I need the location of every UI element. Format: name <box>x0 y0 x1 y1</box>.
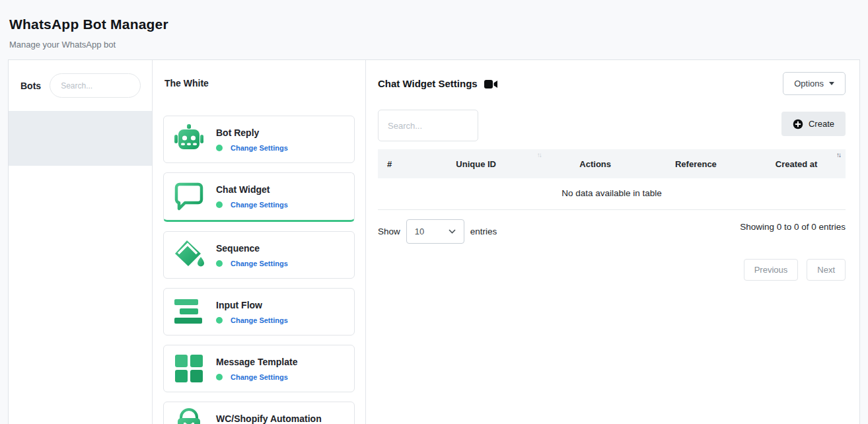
page-size-select[interactable]: 10 <box>406 219 464 244</box>
feature-title: Input Flow <box>216 300 288 310</box>
sort-icon[interactable]: ↑↓ <box>836 151 840 159</box>
settings-title: Chat Widget Settings <box>378 78 478 89</box>
feature-card-message-template[interactable]: Message Template Change Settings <box>163 345 355 392</box>
feature-title: Chat Widget <box>216 184 288 195</box>
options-button-label: Options <box>794 79 824 88</box>
feature-title: Sequence <box>216 243 288 254</box>
bot-name: The White <box>163 60 355 88</box>
bots-sidebar: Bots <box>9 60 153 424</box>
shopping-bag-icon <box>172 408 206 424</box>
status-dot <box>216 317 223 324</box>
feature-card-body: Chat Widget Change Settings <box>216 184 288 209</box>
change-settings-link[interactable]: Change Settings <box>231 373 288 381</box>
settings-header: Chat Widget Settings Options <box>378 72 846 95</box>
grid-icon <box>172 351 206 386</box>
feature-card-chat-widget[interactable]: Chat Widget Change Settings <box>163 172 355 222</box>
feature-card-body: Input Flow Change Settings <box>216 300 288 324</box>
change-settings-link[interactable]: Change Settings <box>231 260 288 267</box>
change-settings-link[interactable]: Change Settings <box>231 201 288 209</box>
feature-list: Bot Reply Change Settings Chat Widget <box>163 116 355 424</box>
feature-title: Bot Reply <box>216 127 288 138</box>
entries-label: entries <box>470 227 497 236</box>
video-camera-icon <box>484 79 498 89</box>
options-button[interactable]: Options <box>783 72 846 95</box>
page-header: WhatsApp Bot Manager Manage your WhatsAp… <box>0 0 868 50</box>
feature-card-body: Message Template Change Settings <box>216 357 297 381</box>
page-title: WhatsApp Bot Manager <box>9 17 859 32</box>
table-footer: Show 10 entries Showing 0 to 0 of 0 entr… <box>378 219 846 244</box>
plus-circle-icon <box>793 119 803 129</box>
features-panel: The White B <box>153 60 366 424</box>
empty-table-row: No data available in table <box>378 178 846 210</box>
next-page-button[interactable]: Next <box>807 259 846 281</box>
feature-card-body: Sequence Change Settings <box>216 243 288 267</box>
page-size-value: 10 <box>415 227 424 236</box>
sort-icon[interactable]: ↑↓ <box>537 151 541 159</box>
empty-table-message: No data available in table <box>378 178 846 210</box>
bots-title: Bots <box>20 81 41 91</box>
bots-search-input[interactable] <box>50 73 141 98</box>
selected-bot-item[interactable] <box>9 111 152 166</box>
feature-card-wc-shopify[interactable]: WC/Shopify Automation Change Settings <box>163 402 355 424</box>
feature-card-sequence[interactable]: Sequence Change Settings <box>163 231 355 279</box>
feature-card-bot-reply[interactable]: Bot Reply Change Settings <box>163 116 355 163</box>
previous-page-button[interactable]: Previous <box>744 259 799 281</box>
settings-panel: Chat Widget Settings Options <box>366 60 859 424</box>
show-label: Show <box>378 227 400 236</box>
status-dot <box>216 201 223 208</box>
page-subtitle: Manage your WhatsApp bot <box>9 40 859 50</box>
chevron-down-icon <box>449 229 456 234</box>
column-header-actions: Actions <box>546 149 645 178</box>
column-header-reference: Reference <box>645 149 748 178</box>
status-dot <box>216 260 223 267</box>
list-bars-icon <box>172 295 206 329</box>
create-button-label: Create <box>809 119 834 129</box>
status-dot <box>216 374 223 380</box>
feature-title: WC/Shopify Automation <box>216 413 322 424</box>
column-header-label: Unique ID <box>456 159 496 169</box>
robot-icon <box>172 122 206 157</box>
column-header-unique-id[interactable]: Unique ID ↑↓ <box>406 149 546 178</box>
table-header-row: # Unique ID ↑↓ Actions Reference Created… <box>378 149 846 178</box>
change-settings-link[interactable]: Change Settings <box>231 316 288 324</box>
entries-summary: Showing 0 to 0 of 0 entries <box>740 219 846 232</box>
main-panel: Bots The White <box>8 59 860 424</box>
column-header-created-at[interactable]: Created at ↑↓ <box>747 149 846 178</box>
feature-card-body: WC/Shopify Automation Change Settings <box>216 413 322 424</box>
column-header-label: Created at <box>776 159 818 169</box>
bots-header: Bots <box>9 60 152 111</box>
change-settings-link[interactable]: Change Settings <box>231 144 288 152</box>
table-toolbar: Create <box>378 110 846 141</box>
status-dot <box>216 145 223 151</box>
feature-card-body: Bot Reply Change Settings <box>216 127 288 152</box>
caret-down-icon <box>829 82 834 85</box>
feature-title: Message Template <box>216 357 297 367</box>
pagination-controls: Previous Next <box>378 259 846 281</box>
column-header-index: # <box>378 149 406 178</box>
table-search-input[interactable] <box>378 110 478 141</box>
paint-bucket-icon <box>172 238 206 272</box>
feature-card-input-flow[interactable]: Input Flow Change Settings <box>163 288 355 336</box>
create-button[interactable]: Create <box>781 112 846 136</box>
chat-bubble-icon <box>172 180 206 214</box>
show-entries-control: Show 10 entries <box>378 219 497 244</box>
widgets-table: # Unique ID ↑↓ Actions Reference Created… <box>378 149 846 210</box>
